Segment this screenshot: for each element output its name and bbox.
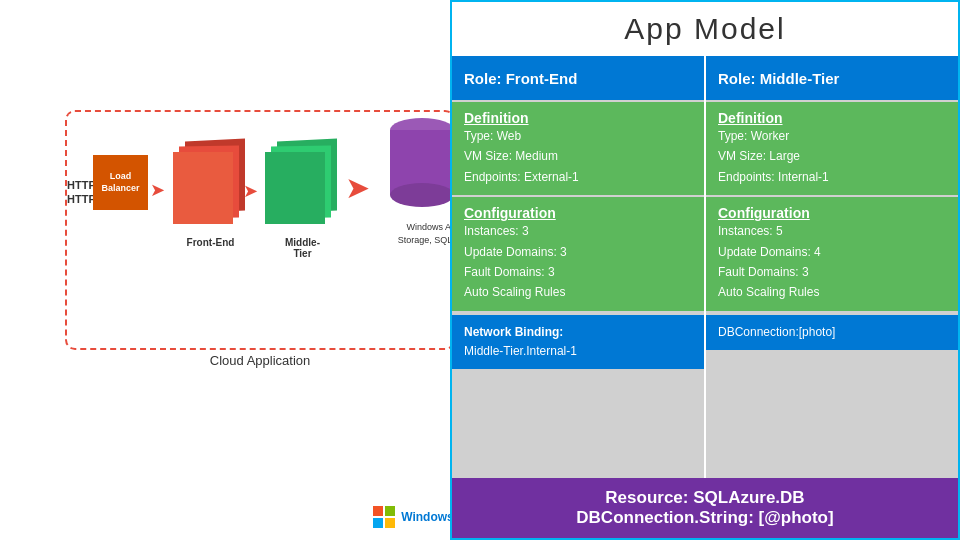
diagram-area: Cloud Application HTTP/HTTPS ➤ Load Bala… [25,80,485,460]
middletier-definition-title: Definition [718,110,946,126]
cloud-label: Cloud Application [210,353,310,368]
frontend-network-block: Network Binding: Middle-Tier.Internal-1 [452,315,704,369]
frontend-column: Definition Type: Web VM Size: Medium End… [452,100,706,478]
svg-rect-4 [385,506,395,516]
svg-point-2 [390,183,454,207]
middletier-definition-block: Definition Type: Worker VM Size: Large E… [706,102,958,195]
load-balancer-box: Load Balancer [93,155,148,210]
right-panel: App Model Role: Front-End Role: Middle-T… [450,0,960,540]
arrow-lb-fe: ➤ [150,179,165,201]
arrow-fe-mt: ➤ [243,180,258,202]
svg-rect-6 [385,518,395,528]
resource-bar: Resource: SQLAzure.DB DBConnection.Strin… [452,478,958,538]
storage-cylinder-svg [390,115,455,215]
frontend-shape: Front-End [173,140,248,248]
middletier-label: Middle-Tier [265,237,340,259]
middletier-db-block: DBConnection:[photo] [706,315,958,350]
svg-rect-5 [373,518,383,528]
app-model-title: App Model [452,2,958,56]
frontend-configuration-title: Configuration [464,205,692,221]
arrow-to-storage: ➤ [345,170,370,205]
slide: Cloud Application HTTP/HTTPS ➤ Load Bala… [0,0,960,540]
middletier-configuration-title: Configuration [718,205,946,221]
role-headers: Role: Front-End Role: Middle-Tier [452,56,958,100]
frontend-network-text: Network Binding: Middle-Tier.Internal-1 [464,323,692,361]
middletier-db-text: DBConnection:[photo] [718,323,946,342]
middletier-column: Definition Type: Worker VM Size: Large E… [706,100,958,478]
windows-logo-icon [373,506,395,528]
middletier-shape: Middle-Tier [265,140,340,259]
frontend-definition-title: Definition [464,110,692,126]
middletier-role-header: Role: Middle-Tier [706,56,958,100]
middletier-configuration-body: Instances: 5 Update Domains: 4 Fault Dom… [718,221,946,303]
frontend-label: Front-End [173,237,248,248]
svg-rect-3 [373,506,383,516]
frontend-configuration-body: Instances: 3 Update Domains: 3 Fault Dom… [464,221,692,303]
middletier-configuration-block: Configuration Instances: 5 Update Domain… [706,197,958,311]
middletier-definition-body: Type: Worker VM Size: Large Endpoints: I… [718,126,946,187]
load-balancer-container: Load Balancer [93,155,148,210]
frontend-definition-body: Type: Web VM Size: Medium Endpoints: Ext… [464,126,692,187]
role-bodies: Definition Type: Web VM Size: Medium End… [452,100,958,478]
frontend-configuration-block: Configuration Instances: 3 Update Domain… [452,197,704,311]
left-panel: Cloud Application HTTP/HTTPS ➤ Load Bala… [0,0,510,540]
frontend-definition-block: Definition Type: Web VM Size: Medium End… [452,102,704,195]
frontend-role-header: Role: Front-End [452,56,706,100]
